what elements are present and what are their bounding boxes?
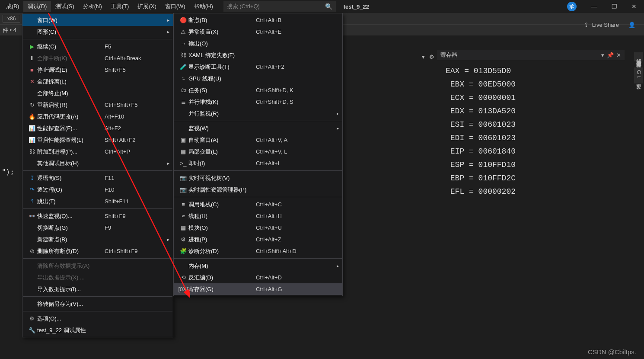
menu-item-shortcut: Ctrl+Alt+Break [105, 55, 141, 61]
menu-item[interactable]: 📷实时可视化树(V) [174, 172, 342, 184]
menu-item-label: 逐过程(O) [37, 186, 89, 194]
separator [174, 170, 342, 171]
⛓-icon: ⛓ [27, 148, 37, 155]
menu-item-label: 其他调试目标(H) [37, 160, 89, 167]
menu-item-shortcut: Ctrl+Alt+U [256, 224, 282, 231]
menu-item[interactable]: ↷逐过程(O)F10 [22, 184, 173, 196]
menu-测试(S)[interactable]: 测试(S) [51, 1, 78, 12]
menu-item[interactable]: 📊性能探查器(F)...Alt+F2 [22, 122, 173, 134]
avatar[interactable]: 承 [567, 2, 577, 11]
menu-item[interactable]: ↧逐语句(S)F11 [22, 172, 173, 184]
👓-icon: 👓 [27, 213, 37, 219]
menu-item[interactable]: ■停止调试(E)Shift+F5 [22, 64, 173, 76]
menu-item: 清除所有数据提示(A) [22, 260, 173, 272]
menu-item[interactable]: ✕全部拆离(L) [22, 76, 173, 87]
menu-item[interactable]: 并行监视(R) [174, 108, 342, 119]
menu-item-label: 重新启动(R) [37, 101, 89, 109]
menu-item[interactable]: 全部终止(M) [22, 87, 173, 99]
person-icon[interactable]: 👤 [628, 22, 635, 28]
menu-item[interactable]: ⚠异常设置(X)Ctrl+Alt+E [174, 26, 342, 38]
menu-item[interactable]: ⛓附加到进程(P)...Ctrl+Alt+P [22, 146, 173, 157]
side-tab[interactable]: Git 更改 [634, 67, 643, 83]
menu-item[interactable]: ≈线程(H)Ctrl+Alt+H [174, 210, 342, 222]
menu-item-label: 跳出(T) [37, 198, 89, 205]
menu-item[interactable]: ⟲反汇编(D)Ctrl+Alt+D [174, 272, 342, 283]
menu-item-shortcut: Ctrl+Shift+D, S [256, 99, 293, 105]
menu-成(B)[interactable]: 成(B) [2, 1, 23, 12]
menu-item[interactable]: ≣并行堆栈(K)Ctrl+Shift+D, S [174, 96, 342, 108]
arch-dropdown[interactable]: x86 [3, 15, 20, 22]
live-share[interactable]: ⇪ Live Share 👤 [584, 22, 635, 28]
menu-item[interactable]: ↥跳出(T)Shift+F11 [22, 196, 173, 207]
close-button[interactable]: ✕ [624, 0, 644, 13]
[0X]-icon: [0X] [178, 286, 188, 292]
menu-item-shortcut: Ctrl+Shift+Alt+D [256, 248, 296, 254]
menu-item-label: 将转储另存为(V)... [37, 300, 89, 308]
menu-帮助(H)[interactable]: 帮助(H) [190, 1, 217, 12]
menu-item[interactable]: ≈GPU 线程(U) [174, 73, 342, 84]
menu-item-shortcut: Ctrl+Alt+H [256, 213, 282, 219]
menu-item[interactable]: >_即时(I)Ctrl+Alt+I [174, 157, 342, 169]
menu-分析(N)[interactable]: 分析(N) [79, 1, 106, 12]
menu-item-shortcut: Ctrl+Alt+P [105, 148, 130, 155]
menu-item[interactable]: ⊘删除所有断点(D)Ctrl+Shift+F9 [22, 245, 173, 257]
registers-header[interactable]: 寄存器 ▾ 📌 ✕ [437, 50, 625, 60]
menu-item[interactable]: ≡调用堆栈(C)Ctrl+Alt+C [174, 199, 342, 210]
menu-扩展(X)[interactable]: 扩展(X) [133, 1, 160, 12]
dropdown-icon[interactable]: ▾ [422, 54, 425, 60]
menu-item[interactable]: 其他调试目标(H) [22, 157, 173, 169]
maximize-button[interactable]: ❐ [604, 0, 624, 13]
menu-item[interactable]: 导入数据提示(I)... [22, 283, 173, 295]
menu-item[interactable]: [0X]寄存器(G)Ctrl+Alt+G [174, 283, 342, 295]
menu-item[interactable]: 🧪显示诊断工具(T)Ctrl+Alt+F2 [174, 61, 342, 73]
gear-icon[interactable]: ⚙ [429, 54, 434, 60]
menu-item[interactable]: 窗口(W) [22, 14, 173, 26]
menu-item[interactable]: 🔴断点(B)Ctrl+Alt+B [174, 14, 342, 26]
menu-item[interactable]: ↻重新启动(R)Ctrl+Shift+F5 [22, 99, 173, 111]
menu-item[interactable]: →输出(O) [174, 38, 342, 49]
menu-item-label: 局部变量(L) [188, 148, 240, 156]
menu-item[interactable]: 新建断点(B) [22, 234, 173, 245]
menu-item[interactable]: ⚙进程(P)Ctrl+Alt+Z [174, 234, 342, 245]
menu-item[interactable]: ▦模块(O)Ctrl+Alt+U [174, 222, 342, 234]
menu-item[interactable]: 📊重启性能探查器(L)Shift+Alt+F2 [22, 134, 173, 146]
separator [23, 208, 172, 209]
menu-工具(T)[interactable]: 工具(T) [106, 1, 134, 12]
menu-item[interactable]: ⛓XAML 绑定失败(F) [174, 49, 342, 61]
menu-item-shortcut: Ctrl+Alt+B [256, 17, 281, 23]
menu-item[interactable]: 内存(M) [174, 260, 342, 272]
pin-icon[interactable]: 📌 [607, 52, 614, 58]
📷-icon: 📷 [178, 186, 188, 193]
menu-item[interactable]: 监视(W) [174, 122, 342, 134]
menu-item-shortcut: Shift+Alt+F2 [105, 137, 136, 143]
menu-item[interactable]: ▣自动窗口(A)Ctrl+Alt+V, A [174, 134, 342, 146]
⚙-icon: ⚙ [27, 315, 37, 322]
menu-调试(D)[interactable]: 调试(D) [23, 1, 51, 12]
menu-item[interactable]: 图形(C) [22, 26, 173, 38]
menu-item[interactable]: 🧩诊断分析(D)Ctrl+Shift+Alt+D [174, 245, 342, 257]
search-icon[interactable]: 🔍 [325, 3, 332, 10]
menu-item[interactable]: ⚙选项(O)... [22, 313, 173, 324]
side-tab[interactable]: 解决方案资源管理器 [634, 52, 643, 61]
search-box[interactable]: 搜索 (Ctrl+Q) 🔍 [223, 1, 336, 12]
menu-item[interactable]: 🔥应用代码更改(A)Alt+F10 [22, 111, 173, 122]
menu-item[interactable]: 👓快速监视(Q)...Shift+F9 [22, 210, 173, 222]
dropdown-icon[interactable]: ▾ [601, 52, 604, 58]
menu-item[interactable]: 📷实时属性资源管理器(P) [174, 184, 342, 196]
menu-item-label: 逐语句(S) [37, 174, 89, 182]
menu-item[interactable]: ▶继续(C)F5 [22, 41, 173, 52]
menu-item[interactable]: 🔧test_9_22 调试属性 [22, 324, 173, 336]
menu-item[interactable]: 将转储另存为(V)... [22, 298, 173, 310]
menu-item-label: 内存(M) [188, 262, 240, 270]
registers-title: 寄存器 [440, 51, 457, 59]
menu-item-shortcut: Ctrl+Shift+D, K [256, 87, 293, 93]
separator [174, 258, 342, 259]
menu-item[interactable]: 🗂任务(S)Ctrl+Shift+D, K [174, 84, 342, 96]
menu-窗口(W)[interactable]: 窗口(W) [161, 1, 190, 12]
minimize-button[interactable]: — [584, 0, 604, 13]
menu-item[interactable]: ▦局部变量(L)Ctrl+Alt+V, L [174, 146, 342, 157]
menu-item[interactable]: 切换断点(G)F9 [22, 222, 173, 234]
menu-item-label: 诊断分析(D) [188, 247, 240, 255]
close-icon[interactable]: ✕ [616, 52, 621, 58]
registers-panel: 寄存器 ▾ 📌 ✕ EAX = 013D55D0 EBX = 00ED5000 … [437, 50, 625, 359]
